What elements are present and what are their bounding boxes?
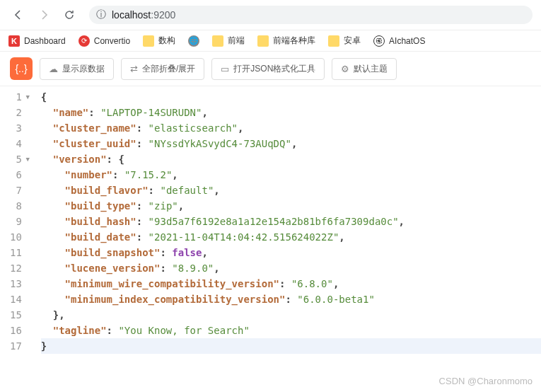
bookmarks-bar: KDashboard ⟳Convertio 数构 🌐 前端 前端各种库 安卓 ֎… [0,30,541,52]
fold-icon[interactable]: ▼ [24,89,30,105]
bookmark-folder-3[interactable]: 前端各种库 [257,35,315,47]
line-gutter: 1▼ 2 3 4 5▼ 6 7 8 9 10 11 12 13 14 15 16… [0,86,35,357]
info-icon: ⓘ [96,8,106,21]
json-tool-button[interactable]: ▭打开JSON格式化工具 [211,58,325,80]
fold-icon[interactable]: ▼ [24,151,30,167]
json-toolbar: {..} ☁显示原数据 ⇄全部折叠/展开 ▭打开JSON格式化工具 ⚙默认主题 [0,52,541,86]
json-icon: ▭ [221,64,229,74]
globe-icon: 🌐 [188,35,199,47]
fold-all-button[interactable]: ⇄全部折叠/展开 [121,58,204,80]
folder-icon [143,35,154,47]
folder-icon [328,35,339,47]
bookmark-globe[interactable]: 🌐 [188,35,199,47]
browser-nav: ⓘ localhost:9200 [0,0,541,30]
k-icon: K [8,35,20,47]
bookmark-folder-1[interactable]: 数构 [143,35,175,47]
collapse-icon: ⇄ [130,64,138,74]
bookmark-folder-4[interactable]: 安卓 [328,35,361,47]
extension-logo-icon[interactable]: {..} [10,57,33,80]
url-bar[interactable]: ⓘ localhost:9200 [89,6,533,24]
url-text: localhost:9200 [112,9,175,21]
reload-button[interactable] [59,6,79,23]
json-viewer: 1▼ 2 3 4 5▼ 6 7 8 9 10 11 12 13 14 15 16… [0,86,541,357]
gear-icon: ⚙ [341,64,349,74]
bookmark-dashboard[interactable]: KDashboard [8,35,66,47]
theme-button[interactable]: ⚙默认主题 [332,58,397,80]
forward-button[interactable] [34,6,54,23]
bookmark-aichatos[interactable]: ֎AIchatOS [373,35,425,47]
back-button[interactable] [8,6,28,23]
folder-icon [257,35,269,47]
cloud-icon: ☁ [49,64,58,74]
show-raw-button[interactable]: ☁显示原数据 [40,58,114,80]
bookmark-folder-2[interactable]: 前端 [212,35,245,47]
bookmark-convertio[interactable]: ⟳Convertio [78,35,130,47]
folder-icon [212,35,223,47]
code-content[interactable]: { "name": "LAPTOP-14SURUDN", "cluster_na… [35,86,541,357]
ai-icon: ֎ [373,35,385,47]
convert-icon: ⟳ [78,35,90,47]
